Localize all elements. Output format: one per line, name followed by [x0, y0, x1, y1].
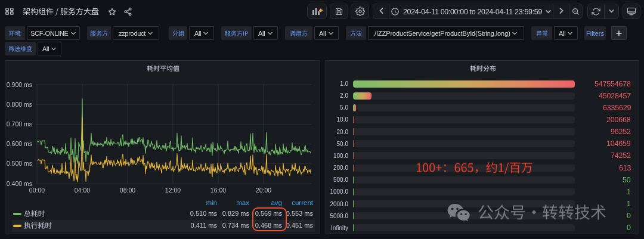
svg-text:08:00: 08:00	[120, 187, 135, 194]
svg-text:0.400 ms: 0.400 ms	[7, 180, 32, 187]
svg-text:0.600 ms: 0.600 ms	[7, 140, 32, 147]
svg-text:00:00: 00:00	[29, 187, 45, 194]
svg-text:20:00: 20:00	[256, 187, 271, 194]
svg-text:0.900 ms: 0.900 ms	[7, 81, 32, 88]
svg-text:0.800 ms: 0.800 ms	[7, 101, 32, 108]
svg-text:12:00: 12:00	[165, 187, 181, 194]
svg-text:04:00: 04:00	[75, 187, 90, 194]
svg-text:16:00: 16:00	[210, 187, 226, 194]
svg-text:0.500 ms: 0.500 ms	[7, 160, 32, 167]
svg-text:0.700 ms: 0.700 ms	[7, 120, 32, 128]
